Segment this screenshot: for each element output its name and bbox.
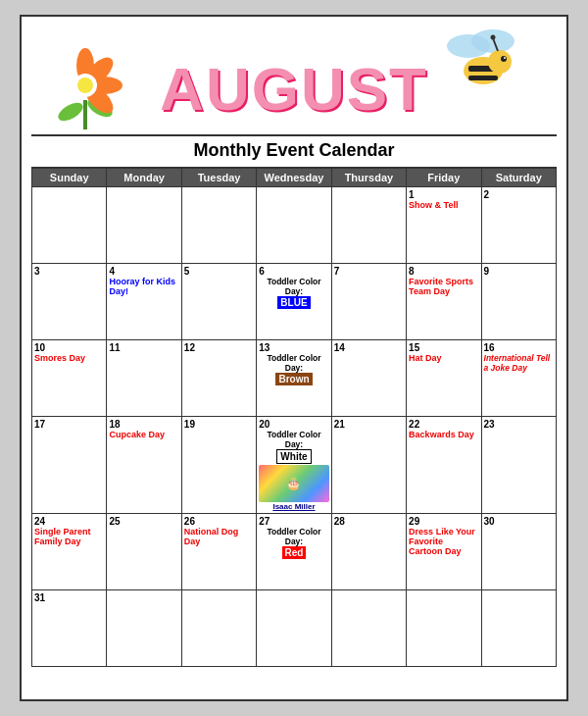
event-label: International Tell a Joke Day <box>484 353 554 373</box>
event-label: Smores Day <box>34 353 104 363</box>
event-label: Backwards Day <box>409 430 478 439</box>
svg-point-14 <box>488 50 512 74</box>
calendar-cell: 10Smores Day <box>32 340 107 417</box>
month-title: AUGUST <box>160 54 428 124</box>
toddler-event: Toddler Color Day:Red <box>259 527 328 559</box>
svg-point-10 <box>471 29 514 53</box>
calendar-cell: 8Favorite Sports Team Day <box>407 264 481 340</box>
calendar-cell <box>331 187 406 264</box>
calendar-cell: 18Cupcake Day <box>107 417 181 514</box>
col-thursday: Thursday <box>331 169 406 187</box>
day-number: 2 <box>484 189 554 200</box>
calendar-cell <box>481 590 556 667</box>
day-number: 9 <box>484 266 554 277</box>
calendar-table: Sunday Monday Tuesday Wednesday Thursday… <box>31 168 557 667</box>
calendar-cell: 27Toddler Color Day:Red <box>257 514 331 590</box>
day-number: 8 <box>409 266 478 277</box>
day-number: 27 <box>259 516 328 527</box>
svg-point-1 <box>55 99 85 125</box>
event-label: Cupcake Day <box>109 430 178 439</box>
calendar-cell: 23 <box>481 417 556 514</box>
day-number: 6 <box>259 266 328 277</box>
calendar-cell: 22Backwards Day <box>407 417 481 514</box>
day-number: 19 <box>184 419 254 430</box>
day-number: 15 <box>409 342 478 353</box>
toddler-event: Toddler Color Day:BLUE <box>259 277 328 309</box>
col-tuesday: Tuesday <box>181 169 256 187</box>
calendar-cell: 9 <box>481 264 556 340</box>
event-label: Show & Tell <box>409 200 478 210</box>
calendar-cell: 29Dress Like Your Favorite Cartoon Day <box>407 514 481 590</box>
day-number: 31 <box>34 592 104 603</box>
svg-rect-13 <box>468 76 498 80</box>
calendar-cell: 14 <box>331 340 406 417</box>
calendar-cell: 20Toddler Color Day:White🎂Isaac Miller <box>257 417 331 514</box>
calendar-cell: 24Single Parent Family Day <box>32 514 107 590</box>
calendar-cell: 28 <box>331 514 406 590</box>
calendar-cell: 19 <box>181 417 256 514</box>
calendar-cell: 30 <box>481 514 556 590</box>
col-sunday: Sunday <box>32 169 107 187</box>
calendar-cell <box>257 187 331 264</box>
toddler-event: Toddler Color Day:White <box>259 430 328 464</box>
day-number: 7 <box>334 266 404 277</box>
day-number: 22 <box>409 419 478 430</box>
day-number: 4 <box>109 266 178 277</box>
day-number: 13 <box>259 342 328 353</box>
day-number: 5 <box>184 266 254 277</box>
day-number: 20 <box>259 419 328 430</box>
calendar-cell <box>107 590 181 667</box>
day-number: 17 <box>34 419 104 430</box>
day-number: 12 <box>184 342 254 353</box>
calendar-cell <box>107 187 181 264</box>
toddler-event: Toddler Color Day:Brown <box>259 353 328 385</box>
calendar-cell: 3 <box>32 264 107 340</box>
day-number: 18 <box>109 419 178 430</box>
calendar-cell: 2 <box>481 187 556 264</box>
day-number: 25 <box>109 516 178 527</box>
calendar-cell: 16International Tell a Joke Day <box>481 340 556 417</box>
calendar-cell: 25 <box>107 514 181 590</box>
col-monday: Monday <box>107 169 181 187</box>
calendar-cell: 31 <box>32 590 107 667</box>
calendar-cell <box>32 187 107 264</box>
calendar-cell: 17 <box>32 417 107 514</box>
day-number: 14 <box>334 342 404 353</box>
col-saturday: Saturday <box>481 169 556 187</box>
day-number: 16 <box>484 342 554 353</box>
calendar-cell <box>257 590 331 667</box>
event-label: Hooray for Kids Day! <box>109 277 178 296</box>
event-label: National Dog Day <box>184 527 254 546</box>
day-number: 30 <box>484 516 554 527</box>
day-number: 1 <box>409 189 478 200</box>
calendar-cell: 5 <box>181 264 256 340</box>
svg-point-15 <box>501 56 507 62</box>
person-name: Isaac Miller <box>259 502 328 511</box>
event-label: Dress Like Your Favorite Cartoon Day <box>409 527 478 556</box>
calendar-cell: 26National Dog Day <box>181 514 256 590</box>
day-number: 3 <box>34 266 104 277</box>
calendar-cell: 7 <box>331 264 406 340</box>
day-number: 24 <box>34 516 104 527</box>
day-number: 28 <box>334 516 404 527</box>
calendar-subtitle: Monthly Event Calendar <box>31 134 557 168</box>
calendar-cell: 13Toddler Color Day:Brown <box>257 340 331 417</box>
col-wednesday: Wednesday <box>257 169 331 187</box>
calendar-cell: 6Toddler Color Day:BLUE <box>257 264 331 340</box>
calendar-cell: 15Hat Day <box>407 340 481 417</box>
calendar-cell: 11 <box>107 340 181 417</box>
calendar-cell: 1Show & Tell <box>407 187 481 264</box>
bee-icon <box>439 26 527 105</box>
svg-point-16 <box>504 57 506 59</box>
calendar-cell <box>181 590 256 667</box>
event-label: Single Parent Family Day <box>34 527 104 546</box>
calendar-page: AUGUST Monthly Event Calendar Sunday <box>20 15 568 701</box>
event-label: Favorite Sports Team Day <box>409 277 478 296</box>
calendar-cell <box>331 590 406 667</box>
event-label: Hat Day <box>409 353 478 363</box>
day-number: 26 <box>184 516 254 527</box>
calendar-cell <box>407 590 481 667</box>
svg-point-8 <box>77 77 93 93</box>
svg-point-18 <box>491 35 496 40</box>
day-number: 29 <box>409 516 478 527</box>
